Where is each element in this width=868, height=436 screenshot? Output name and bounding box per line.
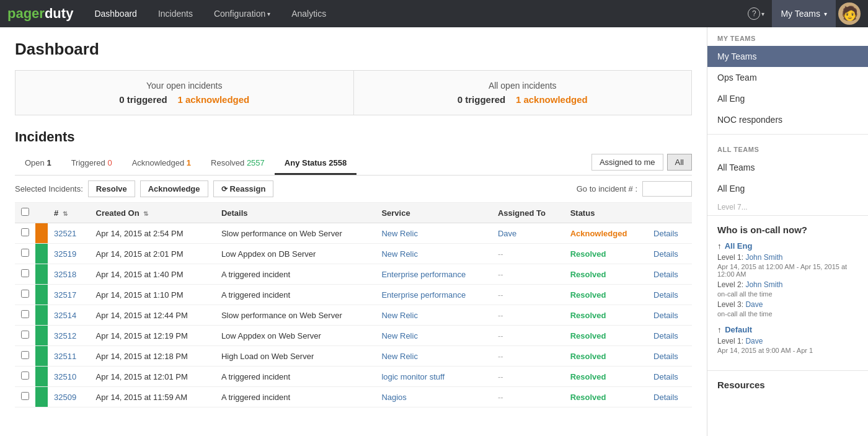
row-checkbox[interactable]: [21, 290, 29, 298]
service-link[interactable]: New Relic: [381, 352, 418, 361]
nav-analytics[interactable]: Analytics: [283, 5, 335, 22]
sidebar-item-noc[interactable]: NOC responders: [707, 109, 868, 130]
oncall-title: Who is on-call now?: [717, 225, 858, 235]
details-link[interactable]: Details: [653, 331, 678, 340]
resolve-button[interactable]: Resolve: [88, 180, 135, 197]
assigned-to-me-button[interactable]: Assigned to me: [591, 154, 663, 171]
service-link[interactable]: New Relic: [381, 311, 418, 320]
tab-any-status[interactable]: Any Status 2558: [275, 153, 356, 175]
oncall-team-alleng-title: ↑ All Eng: [717, 241, 858, 251]
col-header-id[interactable]: # ⇅: [48, 203, 90, 223]
tab-acknowledged[interactable]: Acknowledged 1: [122, 153, 201, 175]
service-link[interactable]: New Relic: [381, 331, 418, 340]
incident-id-link[interactable]: 32509: [54, 393, 76, 402]
content-area: Dashboard Your open incidents 0 triggere…: [0, 27, 707, 436]
incident-id-link[interactable]: 32511: [54, 352, 76, 361]
details-link[interactable]: Details: [653, 270, 678, 279]
row-checkbox[interactable]: [21, 371, 29, 380]
assigned-dash: --: [498, 352, 503, 361]
oncall-default-link[interactable]: Default: [725, 325, 752, 334]
incident-id-link[interactable]: 32521: [54, 229, 76, 238]
row-status: Resolved: [564, 346, 647, 367]
goto-input[interactable]: [642, 181, 692, 197]
assigned-dash: --: [498, 270, 503, 279]
row-checkbox-cell: [15, 223, 35, 244]
table-row: 32517 Apr 14, 2015 at 1:10 PM A triggere…: [15, 285, 692, 305]
oncall-alleng-link[interactable]: All Eng: [725, 241, 753, 251]
service-link[interactable]: logic monitor stuff: [381, 372, 445, 381]
oncall-alleng-l1-person[interactable]: John Smith: [745, 253, 782, 262]
details-link[interactable]: Details: [653, 311, 678, 320]
oncall-alleng-level1: Level 1: John Smith: [717, 253, 858, 262]
col-header-details: Details: [215, 203, 376, 223]
row-id: 32519: [48, 244, 90, 264]
nav-incidents[interactable]: Incidents: [149, 5, 202, 22]
service-link[interactable]: Enterprise performance: [381, 290, 466, 300]
row-created: Apr 14, 2015 at 12:44 PM: [90, 305, 215, 326]
row-checkbox[interactable]: [21, 228, 29, 236]
logo[interactable]: pagerduty: [7, 6, 73, 22]
oncall-alleng-l3-person[interactable]: Dave: [745, 300, 763, 309]
incident-id-link[interactable]: 32510: [54, 372, 76, 381]
toolbar-right: Go to incident # :: [577, 181, 692, 197]
row-checkbox[interactable]: [21, 269, 29, 277]
row-status: Resolved: [564, 285, 647, 305]
user-avatar[interactable]: 🧑: [838, 2, 861, 25]
oncall-alleng-l2-time: on-call all the time: [717, 290, 858, 298]
status-badge: Resolved: [570, 270, 606, 279]
details-link[interactable]: Details: [653, 352, 678, 361]
row-border: [35, 387, 48, 407]
incidents-tabs: Open 1 Triggered 0 Acknowledged 1 Resolv…: [15, 153, 356, 175]
incident-id-link[interactable]: 32518: [54, 270, 76, 279]
details-link[interactable]: Details: [653, 229, 678, 238]
table-row: 32521 Apr 14, 2015 at 2:54 PM Slow perfo…: [15, 223, 692, 244]
nav-dashboard[interactable]: Dashboard: [86, 5, 146, 22]
tab-open[interactable]: Open 1: [15, 153, 61, 175]
sidebar-item-ops-team[interactable]: Ops Team: [707, 67, 868, 88]
select-all-checkbox[interactable]: [21, 208, 29, 216]
incident-id-link[interactable]: 32517: [54, 290, 76, 300]
details-link[interactable]: Details: [653, 249, 678, 259]
table-row: 32510 Apr 14, 2015 at 12:01 PM A trigger…: [15, 367, 692, 387]
row-details: A triggered incident: [215, 264, 376, 285]
service-link[interactable]: Enterprise performance: [381, 270, 466, 279]
incident-id-link[interactable]: 32514: [54, 311, 76, 320]
details-link[interactable]: Details: [653, 372, 678, 381]
row-created: Apr 14, 2015 at 12:18 PM: [90, 346, 215, 367]
sidebar-item-all-eng[interactable]: All Eng: [707, 88, 868, 109]
service-link[interactable]: Nagios: [381, 393, 406, 402]
oncall-default-l1-person[interactable]: Dave: [745, 337, 763, 345]
acknowledge-button[interactable]: Acknowledge: [140, 180, 208, 197]
teams-dropdown-button[interactable]: My Teams ▾: [772, 0, 836, 27]
service-link[interactable]: New Relic: [381, 249, 418, 259]
tab-triggered[interactable]: Triggered 0: [61, 153, 122, 175]
service-link[interactable]: New Relic: [381, 229, 418, 238]
oncall-alleng-l2-person[interactable]: John Smith: [745, 280, 782, 289]
col-header-created[interactable]: Created On ⇅: [90, 203, 215, 223]
incidents-section-title: Incidents: [15, 129, 692, 145]
incident-id-link[interactable]: 32512: [54, 331, 76, 340]
row-details: Slow performance on Web Server: [215, 223, 376, 244]
row-checkbox[interactable]: [21, 351, 29, 359]
details-link[interactable]: Details: [653, 290, 678, 300]
selected-incidents-label: Selected Incidents:: [15, 184, 83, 194]
details-link[interactable]: Details: [653, 393, 678, 402]
oncall-alleng-level3: Level 3: Dave: [717, 300, 858, 309]
row-checkbox[interactable]: [21, 331, 29, 339]
row-checkbox[interactable]: [21, 310, 29, 318]
row-checkbox[interactable]: [21, 249, 29, 257]
sidebar-item-my-teams[interactable]: My Teams: [707, 46, 868, 67]
sidebar-item-all-teams[interactable]: All Teams: [707, 157, 868, 178]
reassign-button[interactable]: ⟳ Reassign: [213, 180, 274, 197]
tab-resolved[interactable]: Resolved 2557: [201, 153, 275, 175]
nav-configuration[interactable]: Configuration ▾: [205, 5, 279, 22]
incident-id-link[interactable]: 32519: [54, 249, 76, 259]
row-checkbox[interactable]: [21, 392, 29, 400]
row-assigned: Dave: [492, 223, 564, 244]
sidebar-item-all-eng-2[interactable]: All Eng: [707, 178, 868, 199]
row-service: logic monitor stuff: [375, 367, 492, 387]
help-button[interactable]: ? ▾: [743, 4, 769, 24]
all-filter-button[interactable]: All: [667, 154, 692, 171]
expand-icon: ↑: [717, 241, 722, 251]
assigned-link[interactable]: Dave: [498, 229, 516, 238]
